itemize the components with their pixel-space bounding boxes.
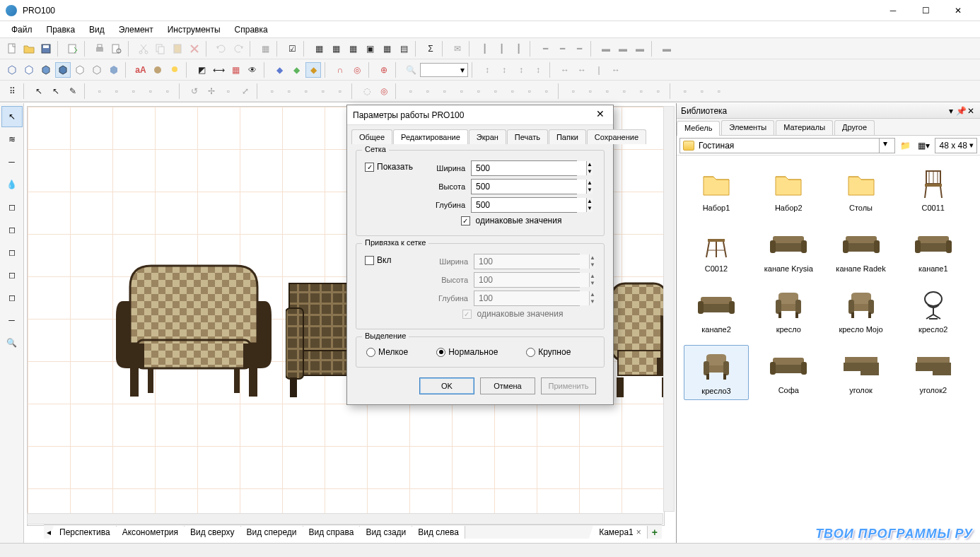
cut-icon[interactable] <box>136 41 151 57</box>
arrow2-icon[interactable]: ↖ <box>48 83 64 99</box>
close-tab-icon[interactable]: × <box>636 527 641 537</box>
open-icon[interactable] <box>21 41 37 57</box>
r23-icon[interactable]: ▫ <box>505 83 520 99</box>
view-tab[interactable]: Перспектива <box>54 526 117 539</box>
dlg-tab-general[interactable]: Общее <box>351 129 392 144</box>
box-texture-icon[interactable] <box>55 62 71 78</box>
tool-e-icon[interactable]: ▦ <box>379 41 395 57</box>
r20-icon[interactable]: ▫ <box>454 83 469 99</box>
library-item[interactable]: кресло3 <box>684 345 749 400</box>
align-6-icon[interactable]: ━ <box>571 41 587 57</box>
eyedropper-tool-icon[interactable]: 💧 <box>1 174 23 195</box>
print-preview-icon[interactable] <box>109 41 124 57</box>
tool-f-icon[interactable]: ▤ <box>396 41 412 57</box>
t10-icon[interactable]: ─ <box>1 310 23 331</box>
library-item[interactable]: уголок <box>829 345 894 400</box>
d3-icon[interactable]: ↕ <box>513 62 529 78</box>
library-item[interactable]: канапе1 <box>901 223 966 277</box>
d5-icon[interactable]: ↔ <box>557 62 573 78</box>
dlg-tab-folders[interactable]: Папки <box>549 129 586 144</box>
redo-icon[interactable] <box>231 41 246 57</box>
box-solid-icon[interactable] <box>21 62 37 78</box>
ok-button[interactable]: OK <box>419 377 474 394</box>
library-item[interactable]: канапе Krysia <box>756 223 821 277</box>
snap-width-input[interactable] <box>474 254 589 269</box>
library-item[interactable]: кресло <box>756 284 821 338</box>
r14-icon[interactable]: ▫ <box>332 83 348 99</box>
view-tab[interactable]: Вид сзади <box>360 526 412 539</box>
r4-icon[interactable]: ▫ <box>143 83 158 99</box>
dlg-tab-save[interactable]: Сохранение <box>587 129 646 144</box>
view-tab[interactable]: Вид спереди <box>241 526 303 539</box>
close-button[interactable]: ✕ <box>942 0 974 21</box>
snap-enable-checkbox[interactable] <box>365 256 374 265</box>
maximize-button[interactable]: ☐ <box>909 0 942 21</box>
sphere-icon[interactable] <box>150 62 165 78</box>
r34-icon[interactable]: ▫ <box>711 83 727 99</box>
save-icon[interactable] <box>38 41 54 57</box>
snap-depth-input[interactable] <box>474 291 589 305</box>
r31-icon[interactable]: ▫ <box>651 83 666 99</box>
box-5-icon[interactable] <box>72 62 88 78</box>
view-tab[interactable]: Вид справа <box>303 526 361 539</box>
r29-icon[interactable]: ▫ <box>617 83 632 99</box>
grid-same-checkbox[interactable] <box>461 216 470 225</box>
dialog-close-icon[interactable]: ✕ <box>593 108 607 122</box>
r26-icon[interactable]: ▫ <box>566 83 581 99</box>
r24-icon[interactable]: ▫ <box>522 83 537 99</box>
r25-icon[interactable]: ▫ <box>539 83 554 99</box>
vertical-scrollbar[interactable] <box>663 106 675 512</box>
tool-c-icon[interactable]: ▦ <box>345 41 361 57</box>
line-tool-icon[interactable]: ─ <box>1 151 23 172</box>
align-10-icon[interactable]: ▬ <box>659 41 675 57</box>
t11-icon[interactable]: 🔍 <box>1 332 23 353</box>
copy-icon[interactable] <box>153 41 168 57</box>
r10-icon[interactable]: ▫ <box>264 83 280 99</box>
r21-icon[interactable]: ▫ <box>471 83 486 99</box>
zoom-combo[interactable]: ▾ <box>420 63 468 77</box>
center-icon[interactable]: ⊕ <box>376 62 392 78</box>
eye-icon[interactable]: 👁 <box>245 62 260 78</box>
select-all-icon[interactable]: ⠿ <box>4 83 20 99</box>
align-3-icon[interactable]: ┃ <box>511 41 526 57</box>
align-9-icon[interactable]: ▬ <box>632 41 648 57</box>
dlg-tab-editing[interactable]: Редактирование <box>393 129 468 144</box>
close-panel-icon[interactable]: ✕ <box>966 106 976 116</box>
t6-icon[interactable]: ◻ <box>1 219 23 240</box>
t7-icon[interactable]: ◻ <box>1 242 23 263</box>
r7-icon[interactable]: ✢ <box>204 83 219 99</box>
library-item[interactable]: Набор1 <box>684 163 749 216</box>
snap-height-input[interactable] <box>474 273 589 287</box>
library-item[interactable]: Софа <box>756 345 821 400</box>
apply-button[interactable]: Применить <box>541 377 596 394</box>
tool-d-icon[interactable]: ▣ <box>362 41 378 57</box>
box-wire-icon[interactable] <box>4 62 20 78</box>
t9-icon[interactable]: ◻ <box>1 287 23 308</box>
menu-element[interactable]: Элемент <box>112 23 161 37</box>
align-2-icon[interactable]: ┃ <box>494 41 509 57</box>
r16-icon[interactable]: ◎ <box>376 83 392 99</box>
d6-icon[interactable]: ↔ <box>574 62 590 78</box>
grid-depth-input[interactable] <box>472 198 586 212</box>
lib-tab-materials[interactable]: Материалы <box>776 120 833 135</box>
r22-icon[interactable]: ▫ <box>488 83 503 99</box>
up-folder-icon[interactable]: 📁 <box>898 138 914 153</box>
t5-icon[interactable]: ◻ <box>1 197 23 218</box>
minimize-button[interactable]: ─ <box>877 0 909 21</box>
grid-width-input[interactable] <box>472 161 586 175</box>
text-icon[interactable]: aA <box>133 62 148 78</box>
align-1-icon[interactable]: ┃ <box>477 41 492 57</box>
library-item[interactable]: Набор2 <box>756 163 821 216</box>
library-item[interactable]: кресло Mojo <box>829 284 894 338</box>
lib-tab-other[interactable]: Другое <box>834 120 875 135</box>
tool-a-icon[interactable]: ▦ <box>311 41 327 57</box>
selection-normal-radio[interactable] <box>436 348 445 357</box>
menu-edit[interactable]: Правка <box>40 23 83 37</box>
undo-icon[interactable] <box>214 41 229 57</box>
align-5-icon[interactable]: ━ <box>554 41 570 57</box>
add-tab-button[interactable]: + <box>648 525 662 539</box>
measure-tool-icon[interactable]: ≋ <box>1 129 23 150</box>
box-7-icon[interactable] <box>106 62 122 78</box>
view-mode-icon[interactable]: ▦▾ <box>916 138 932 153</box>
r1-icon[interactable]: ▫ <box>92 83 107 99</box>
